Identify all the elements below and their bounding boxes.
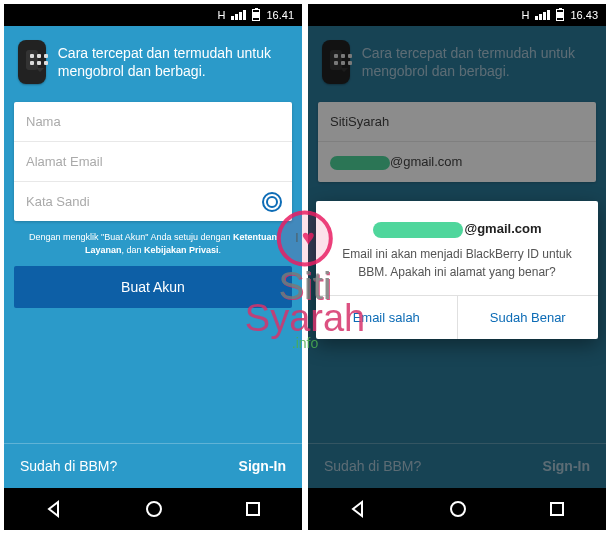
dialog-actions: Email salah Sudah Benar [316,295,598,339]
dialog-email: @gmail.com [330,219,584,239]
password-field[interactable]: Kata Sandi [14,182,292,221]
svg-point-0 [147,502,161,516]
app-screen: Cara tercepat dan termudah untuk mengobr… [308,26,606,488]
phone-right: H 16.43 Cara tercepat dan termudah untuk… [308,4,606,530]
home-icon[interactable] [449,500,467,518]
email-wrong-button[interactable]: Email salah [316,296,458,339]
clock: 16.43 [570,9,598,21]
android-navbar [4,488,302,530]
email-correct-button[interactable]: Sudah Benar [458,296,599,339]
email-field[interactable]: Alamat Email [14,142,292,182]
dialog-message: Email ini akan menjadi BlackBerry ID unt… [330,245,584,281]
footer-question: Sudah di BBM? [20,458,117,474]
battery-icon [252,9,260,21]
home-icon[interactable] [145,500,163,518]
back-icon[interactable] [348,499,368,519]
recent-icon[interactable] [244,500,262,518]
header-tagline: Cara tercepat dan termudah untuk mengobr… [58,44,288,80]
status-bar: H 16.43 [308,4,606,26]
phone-left: H 16.41 Cara tercepat dan termudah untuk… [4,4,302,530]
confirm-email-dialog: @gmail.com Email ini akan menjadi BlackB… [316,201,598,339]
svg-rect-1 [247,503,259,515]
network-label: H [218,9,226,21]
svg-rect-3 [551,503,563,515]
status-bar: H 16.41 [4,4,302,26]
create-account-button[interactable]: Buat Akun [14,266,292,308]
redacted-email-icon [373,222,463,238]
terms-text: Dengan mengklik "Buat Akun" Anda setuju … [4,221,302,266]
footer: Sudah di BBM? Sign-In [4,443,302,488]
clock: 16.41 [266,9,294,21]
dialog-body: @gmail.com Email ini akan menjadi BlackB… [316,201,598,295]
header: Cara tercepat dan termudah untuk mengobr… [4,26,302,102]
password-placeholder: Kata Sandi [26,194,90,209]
show-password-icon[interactable] [262,192,282,212]
back-icon[interactable] [44,499,64,519]
bbm-logo-icon [18,40,46,84]
recent-icon[interactable] [548,500,566,518]
app-screen: Cara tercepat dan termudah untuk mengobr… [4,26,302,488]
battery-icon [556,9,564,21]
terms-link-privacy[interactable]: Kebijakan Privasi [144,245,219,255]
signal-icon [231,10,246,20]
sign-in-link[interactable]: Sign-In [239,458,286,474]
svg-point-2 [451,502,465,516]
android-navbar [308,488,606,530]
signal-icon [535,10,550,20]
network-label: H [522,9,530,21]
name-field[interactable]: Nama [14,102,292,142]
signup-form: Nama Alamat Email Kata Sandi [14,102,292,221]
